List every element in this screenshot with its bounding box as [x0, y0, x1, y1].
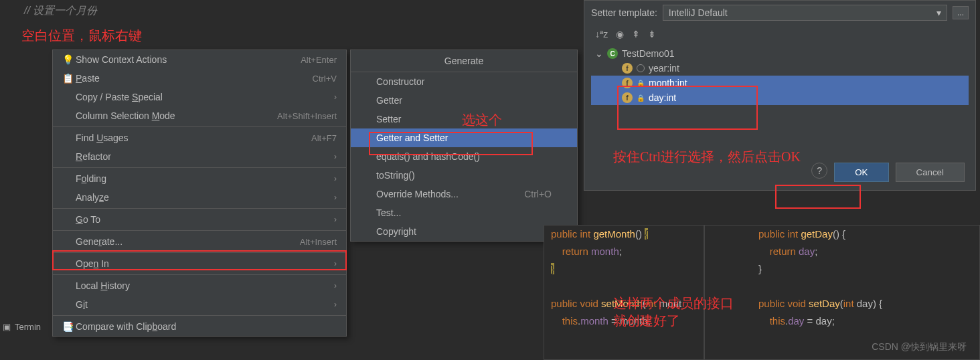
expand-all-icon[interactable]: ⇞	[632, 29, 640, 39]
compare-icon: 📑	[62, 321, 76, 332]
menu-label: Open In	[76, 258, 334, 269]
clipboard-icon: 📋	[62, 73, 76, 84]
menu-label: Column Selection Mode	[76, 110, 277, 121]
menu-column-selection[interactable]: Column Selection Mode Alt+Shift+Insert	[53, 106, 346, 125]
chevron-right-icon: ›	[334, 281, 337, 290]
menu-folding[interactable]: Folding ›	[53, 169, 346, 188]
generate-submenu: Generate Constructor Getter Setter Gette…	[350, 50, 578, 242]
field-icon: f	[622, 63, 633, 74]
lock-icon: 🔒	[637, 94, 645, 102]
code-preview-day: public int getDay() { return day; } publ…	[704, 225, 980, 360]
menu-analyze[interactable]: Analyze ›	[53, 188, 346, 207]
menu-paste[interactable]: 📋 Paste Ctrl+V	[53, 69, 346, 88]
sort-alpha-icon[interactable]: ↓ªz	[595, 29, 608, 39]
annotation-result-2: 就创建好了	[613, 312, 680, 330]
dialog-toolbar: ↓ªz ◉ ⇞ ⇟	[584, 25, 975, 43]
submenu-constructor[interactable]: Constructor	[351, 72, 577, 91]
menu-git[interactable]: Git ›	[53, 295, 346, 314]
submenu-getter-setter[interactable]: Getter and Setter	[351, 128, 577, 147]
tree-field-label: day:int	[649, 92, 676, 103]
ok-button[interactable]: OK	[834, 163, 888, 182]
menu-find-usages[interactable]: Find Usages Alt+F7	[53, 128, 346, 147]
submenu-tostring[interactable]: toString()	[351, 166, 577, 185]
submenu-title: Generate	[351, 50, 577, 72]
editor-comment: // 设置一个月份	[24, 4, 97, 18]
chevron-right-icon: ›	[334, 259, 337, 268]
tree-field-day[interactable]: f 🔒 day:int	[591, 90, 969, 105]
tree-class-row[interactable]: ⌄ C TestDemo01	[591, 46, 969, 61]
context-menu: 💡 Show Context Actions Alt+Enter 📋 Paste…	[52, 50, 347, 337]
terminal-icon: ▣	[3, 322, 11, 332]
menu-label: Generate...	[76, 236, 300, 247]
tree-class-label: TestDemo01	[622, 48, 675, 59]
setter-template-select[interactable]: IntelliJ Default ▾	[663, 5, 947, 21]
annotation-right-click: 空白位置，鼠标右键	[21, 27, 142, 45]
class-icon: C	[607, 48, 618, 59]
menu-label: Copy / Paste Special	[76, 92, 334, 102]
menu-label: Go To	[76, 214, 334, 225]
menu-refactor[interactable]: Refactor ›	[53, 147, 346, 166]
radio-icon	[637, 64, 645, 72]
menu-label: Show Context Actions	[76, 54, 301, 65]
field-tree: ⌄ C TestDemo01 f year:int f 🔒 month:int …	[591, 46, 969, 105]
target-icon[interactable]: ◉	[616, 29, 624, 39]
browse-button[interactable]: ...	[953, 6, 969, 19]
chevron-right-icon: ›	[334, 152, 337, 161]
collapse-all-icon[interactable]: ⇟	[648, 29, 656, 39]
submenu-test[interactable]: Test...	[351, 203, 577, 222]
submenu-getter[interactable]: Getter	[351, 91, 577, 110]
select-value: IntelliJ Default	[669, 7, 728, 18]
tree-field-label: month:int	[649, 78, 687, 88]
menu-label: Analyze	[76, 192, 334, 203]
field-icon: f	[622, 78, 633, 88]
menu-label: Refactor	[76, 151, 334, 162]
menu-shortcut: Alt+Shift+Insert	[277, 111, 337, 121]
field-icon: f	[622, 92, 633, 103]
menu-label: Find Usages	[76, 132, 311, 143]
watermark: CSDN @快到锅里来呀	[872, 341, 967, 353]
menu-separator	[53, 315, 346, 316]
menu-label: Compare with Clipboard	[76, 321, 337, 332]
menu-copy-paste-special[interactable]: Copy / Paste Special ›	[53, 88, 346, 106]
tree-field-label: year:int	[649, 63, 679, 74]
setter-template-label: Setter template:	[591, 7, 657, 18]
menu-separator	[53, 126, 346, 127]
submenu-equals-hashcode[interactable]: equals() and hashCode()	[351, 147, 577, 166]
chevron-right-icon: ›	[334, 193, 337, 202]
annotation-result-1: 这样两个成员的接口	[613, 294, 734, 312]
annotation-ctrl-select: 按住Ctrl进行选择，然后点击OK	[613, 148, 801, 166]
menu-open-in[interactable]: Open In ›	[53, 254, 346, 273]
menu-separator	[53, 230, 346, 231]
submenu-override[interactable]: Override Methods...Ctrl+O	[351, 185, 577, 203]
menu-goto[interactable]: Go To ›	[53, 210, 346, 229]
annotation-select-this: 选这个	[462, 111, 502, 129]
menu-label: Paste	[76, 73, 313, 84]
menu-show-context-actions[interactable]: 💡 Show Context Actions Alt+Enter	[53, 50, 346, 69]
menu-separator	[53, 208, 346, 209]
chevron-right-icon: ›	[334, 300, 337, 309]
chevron-down-icon: ⌄	[595, 48, 603, 59]
lock-icon: 🔒	[637, 80, 645, 87]
menu-label: Git	[76, 299, 334, 310]
menu-separator	[53, 167, 346, 168]
menu-shortcut: Alt+Insert	[300, 237, 337, 247]
chevron-right-icon: ›	[334, 174, 337, 183]
chevron-right-icon: ›	[334, 92, 337, 102]
menu-label: Folding	[76, 173, 334, 184]
cancel-button[interactable]: Cancel	[896, 163, 965, 182]
terminal-tool-window[interactable]: ▣ Termin	[3, 322, 41, 332]
menu-shortcut: Alt+Enter	[301, 55, 337, 65]
menu-shortcut: Alt+F7	[311, 133, 337, 143]
lightbulb-icon: 💡	[62, 54, 76, 65]
chevron-right-icon: ›	[334, 215, 337, 224]
menu-compare-clipboard[interactable]: 📑 Compare with Clipboard	[53, 317, 346, 336]
chevron-down-icon: ▾	[936, 7, 941, 18]
menu-shortcut: Ctrl+V	[313, 74, 337, 84]
menu-generate[interactable]: Generate... Alt+Insert	[53, 232, 346, 251]
menu-label: Local History	[76, 280, 334, 291]
tree-field-year[interactable]: f year:int	[591, 61, 969, 76]
menu-local-history[interactable]: Local History ›	[53, 276, 346, 295]
tree-field-month[interactable]: f 🔒 month:int	[591, 76, 969, 90]
terminal-label: Termin	[15, 322, 41, 332]
help-button[interactable]: ?	[811, 163, 827, 179]
